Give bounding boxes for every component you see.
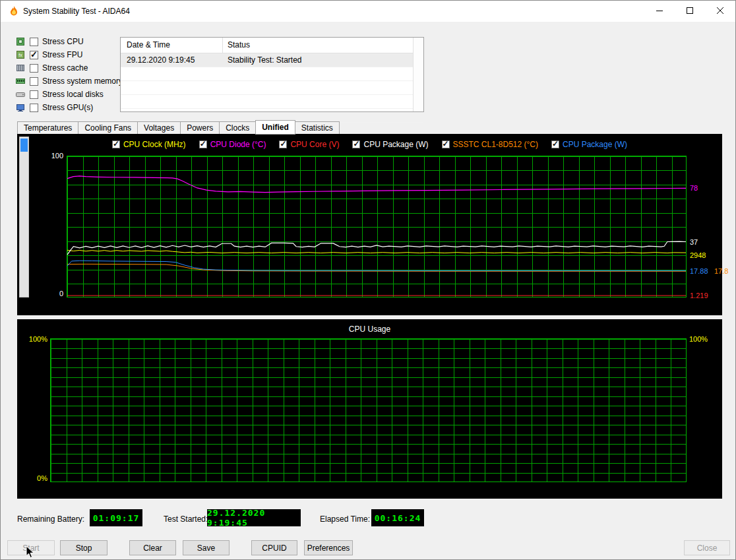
log-row-empty <box>121 95 423 109</box>
log-table-scrollbar[interactable] <box>413 38 423 111</box>
chart-scrollbar-track[interactable] <box>19 137 29 297</box>
legend-checkbox-cpu-diode[interactable] <box>199 140 207 148</box>
stress-fpu-label: Stress FPU <box>42 50 82 59</box>
tab-clocks[interactable]: Clocks <box>219 121 256 135</box>
elapsed-time-label: Elapsed Time: <box>320 514 370 524</box>
minimize-button[interactable] <box>644 1 675 22</box>
stress-disks-checkbox[interactable] <box>30 90 38 99</box>
stress-memory-label: Stress system memory <box>42 77 123 86</box>
disk-icon <box>15 89 26 100</box>
column-header-datetime[interactable]: Date & Time <box>121 38 223 53</box>
tab-temperatures[interactable]: Temperatures <box>17 121 78 135</box>
current-value-label: 37 <box>690 238 698 246</box>
legend-label-cpu-clock: CPU Clock (MHz) <box>123 140 186 149</box>
stress-row-cache[interactable]: Stress cache <box>15 61 123 75</box>
series-line <box>67 264 686 271</box>
column-header-status[interactable]: Status <box>223 38 423 53</box>
usage-bottom-left-label: 0% <box>21 474 47 482</box>
stress-row-cpu[interactable]: Stress CPU <box>15 35 123 48</box>
mouse-cursor <box>26 545 35 560</box>
series-line <box>67 250 686 253</box>
tab-statistics[interactable]: Statistics <box>295 121 340 135</box>
legend-checkbox-cpu-clock[interactable] <box>112 140 120 148</box>
series-line <box>67 261 686 270</box>
memory-icon <box>15 76 26 86</box>
stress-cpu-label: Stress CPU <box>42 37 84 46</box>
close-button: Close <box>684 540 730 555</box>
legend-checkbox-cpu-core[interactable] <box>279 140 287 148</box>
current-value-label: 17.88 <box>690 267 708 275</box>
stress-cache-checkbox[interactable] <box>30 64 38 73</box>
legend-checkbox-cpu-package-2[interactable] <box>551 140 559 148</box>
current-value-label: 1.219 <box>690 292 708 299</box>
stress-fpu-checkbox[interactable] <box>30 51 38 59</box>
legend-item-ssstc[interactable]: SSSTC CL1-8D512 (°C) <box>442 140 539 149</box>
legend-item-cpu-clock[interactable]: CPU Clock (MHz) <box>112 140 186 149</box>
usage-top-right-label: 100% <box>689 335 708 343</box>
unified-plot-svg <box>67 156 686 297</box>
fpu-icon: fx <box>15 49 26 60</box>
titlebar[interactable]: System Stability Test - AIDA64 <box>1 1 735 22</box>
remaining-battery-label: Remaining Battery: <box>17 514 84 524</box>
gpu-icon <box>15 102 26 113</box>
usage-top-left-label: 100% <box>21 335 47 343</box>
stress-row-gpu[interactable]: Stress GPU(s) <box>15 101 123 114</box>
legend-item-cpu-diode[interactable]: CPU Diode (°C) <box>199 140 266 149</box>
test-started-label: Test Started: <box>164 514 208 524</box>
legend-checkbox-cpu-package[interactable] <box>352 140 360 148</box>
tab-cooling-fans[interactable]: Cooling Fans <box>78 121 138 135</box>
stress-gpu-checkbox[interactable] <box>30 104 38 112</box>
log-row-status: Stability Test: Started <box>223 53 423 67</box>
stress-memory-checkbox[interactable] <box>30 77 38 86</box>
save-button[interactable]: Save <box>183 540 230 555</box>
current-value-label: 78 <box>690 184 698 192</box>
stop-button[interactable]: Stop <box>60 540 107 555</box>
stress-cpu-checkbox[interactable] <box>30 38 38 46</box>
stress-gpu-label: Stress GPU(s) <box>42 103 93 112</box>
legend-label-cpu-core: CPU Core (V) <box>290 140 339 149</box>
stress-cache-label: Stress cache <box>42 63 88 73</box>
legend-label-cpu-package-2: CPU Package (W) <box>563 140 627 149</box>
y-axis-min-label: 0 <box>44 290 63 297</box>
log-row[interactable]: 29.12.2020 9:19:45 Stability Test: Start… <box>121 53 423 67</box>
app-window: System Stability Test - AIDA64 Stress CP… <box>0 0 736 560</box>
current-value-label: 17.8 <box>714 267 728 275</box>
stress-row-disks[interactable]: Stress local disks <box>15 88 123 101</box>
log-row-datetime: 29.12.2020 9:19:45 <box>121 53 223 67</box>
clear-button[interactable]: Clear <box>129 540 176 555</box>
log-row-empty <box>121 67 423 81</box>
cpuid-button[interactable]: CPUID <box>251 540 297 555</box>
stress-row-fpu[interactable]: fx Stress FPU <box>15 48 123 61</box>
window-title: System Stability Test - AIDA64 <box>23 1 130 22</box>
tab-unified[interactable]: Unified <box>255 120 295 135</box>
close-icon <box>717 7 723 16</box>
log-table-header: Date & Time Status <box>121 38 423 53</box>
tab-voltages[interactable]: Voltages <box>137 121 181 135</box>
remaining-battery-value: 01:09:17 <box>90 509 142 526</box>
stress-row-memory[interactable]: Stress system memory <box>15 75 123 88</box>
legend-item-cpu-package[interactable]: CPU Package (W) <box>352 140 428 149</box>
tab-bar: Temperatures Cooling Fans Voltages Power… <box>17 120 339 135</box>
legend-item-cpu-core[interactable]: CPU Core (V) <box>279 140 339 149</box>
unified-chart-panel: CPU Clock (MHz) CPU Diode (°C) CPU Core … <box>17 134 722 315</box>
preferences-button[interactable]: Preferences <box>304 540 353 555</box>
legend-label-cpu-package: CPU Package (W) <box>363 140 428 149</box>
unified-legend: CPU Clock (MHz) CPU Diode (°C) CPU Core … <box>63 139 676 150</box>
chart-scrollbar-thumb[interactable] <box>20 139 28 152</box>
svg-text:fx: fx <box>18 53 22 57</box>
current-value-label: 2948 <box>690 251 706 259</box>
cpu-usage-chart-panel: CPU Usage 100% 100% 0% <box>17 319 722 499</box>
cpu-icon <box>15 36 26 47</box>
maximize-button[interactable] <box>675 1 705 22</box>
cache-icon <box>15 63 26 73</box>
series-line <box>67 176 686 193</box>
y-axis-max-label: 100 <box>44 152 63 160</box>
legend-item-cpu-package-2[interactable]: CPU Package (W) <box>551 140 627 149</box>
legend-checkbox-ssstc[interactable] <box>442 140 450 148</box>
unified-right-values: 7837294817.8817.81.219 <box>690 156 736 297</box>
stress-disks-label: Stress local disks <box>42 90 104 99</box>
tab-powers[interactable]: Powers <box>180 121 220 135</box>
test-started-value: 29.12.2020 9:19:45 <box>207 509 301 526</box>
minimize-icon <box>656 7 663 16</box>
close-window-button[interactable] <box>705 1 735 22</box>
